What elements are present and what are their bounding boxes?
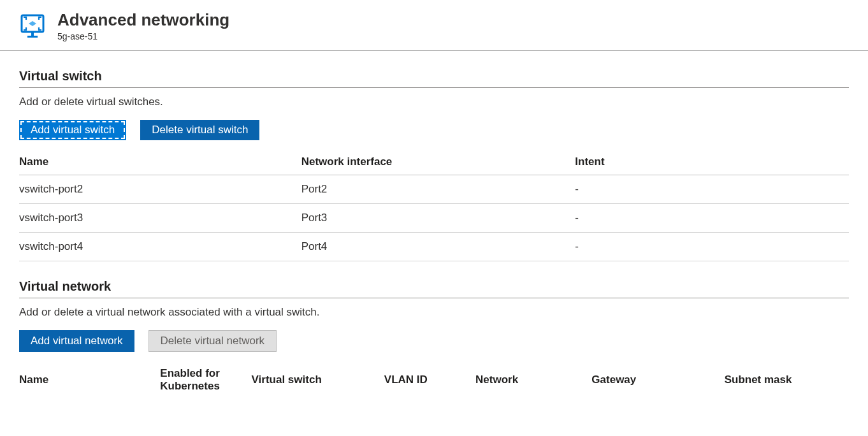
vswitch-cell-network-interface: Port4 xyxy=(301,233,575,261)
vswitch-cell-network-interface: Port3 xyxy=(301,204,575,233)
header-text: Advanced networking 5g-ase-51 xyxy=(57,10,229,41)
vswitch-cell-name: vswitch-port2 xyxy=(19,175,301,204)
virtual-switch-title: Virtual switch xyxy=(19,69,849,88)
vswitch-cell-name: vswitch-port3 xyxy=(19,204,301,233)
page-title: Advanced networking xyxy=(57,10,229,30)
svg-rect-2 xyxy=(27,36,38,38)
vnetwork-col-vlan-id[interactable]: VLAN ID xyxy=(384,361,475,399)
vswitch-col-network-interface[interactable]: Network interface xyxy=(301,149,575,175)
networking-icon xyxy=(19,13,46,40)
virtual-switch-buttons: Add virtual switch Delete virtual switch xyxy=(19,120,849,140)
virtual-network-title: Virtual network xyxy=(19,279,849,298)
vswitch-cell-intent: - xyxy=(575,204,849,233)
vnetwork-col-network[interactable]: Network xyxy=(475,361,591,399)
add-virtual-switch-button[interactable]: Add virtual switch xyxy=(19,120,126,140)
virtual-switch-section: Virtual switch Add or delete virtual swi… xyxy=(0,69,868,261)
delete-virtual-switch-button[interactable]: Delete virtual switch xyxy=(140,120,259,140)
delete-virtual-network-button: Delete virtual network xyxy=(148,330,277,352)
virtual-switch-description: Add or delete virtual switches. xyxy=(19,96,849,108)
virtual-network-table: Name Enabled for Kubernetes Virtual swit… xyxy=(19,361,849,399)
page-subtitle: 5g-ase-51 xyxy=(57,31,229,41)
vswitch-cell-intent: - xyxy=(575,233,849,261)
vnetwork-col-enabled-kubernetes[interactable]: Enabled for Kubernetes xyxy=(160,361,251,399)
vswitch-cell-name: vswitch-port4 xyxy=(19,233,301,261)
vswitch-cell-network-interface: Port2 xyxy=(301,175,575,204)
svg-rect-1 xyxy=(31,32,34,36)
page-header: Advanced networking 5g-ase-51 xyxy=(0,0,868,51)
table-row[interactable]: vswitch-port4 Port4 - xyxy=(19,233,849,261)
table-row[interactable]: vswitch-port3 Port3 - xyxy=(19,204,849,233)
vnetwork-col-name[interactable]: Name xyxy=(19,361,160,399)
vswitch-col-intent[interactable]: Intent xyxy=(575,149,849,175)
table-row[interactable]: vswitch-port2 Port2 - xyxy=(19,175,849,204)
virtual-network-section: Virtual network Add or delete a virtual … xyxy=(0,279,868,399)
virtual-network-buttons: Add virtual network Delete virtual netwo… xyxy=(19,330,849,352)
virtual-network-description: Add or delete a virtual network associat… xyxy=(19,306,849,319)
vswitch-cell-intent: - xyxy=(575,175,849,204)
vnetwork-col-subnet-mask[interactable]: Subnet mask xyxy=(725,361,849,399)
vnetwork-col-gateway[interactable]: Gateway xyxy=(591,361,724,399)
add-virtual-network-button[interactable]: Add virtual network xyxy=(19,330,134,352)
virtual-switch-table: Name Network interface Intent vswitch-po… xyxy=(19,149,849,261)
vnetwork-col-virtual-switch[interactable]: Virtual switch xyxy=(252,361,384,399)
vswitch-col-name[interactable]: Name xyxy=(19,149,301,175)
